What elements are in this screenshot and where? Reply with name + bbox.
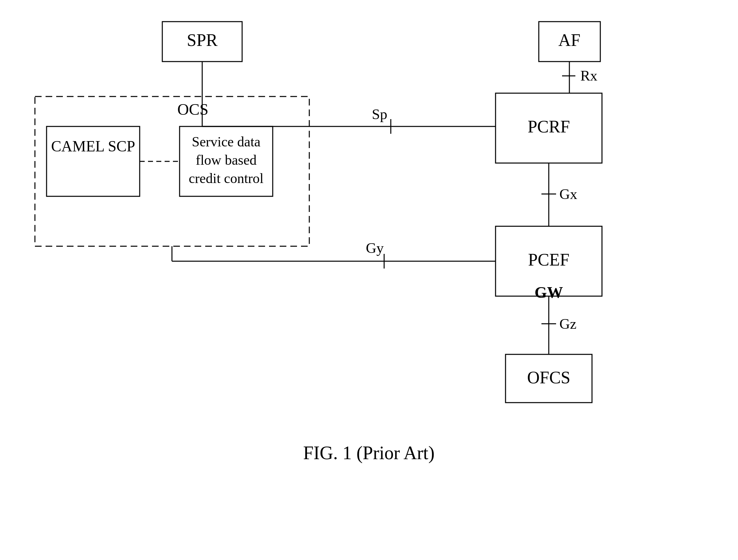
camel-label: CAMEL SCP	[51, 138, 135, 155]
sdfc-line2: flow based	[196, 153, 257, 168]
pcef-label: PCEF	[528, 250, 570, 269]
rx-label: Rx	[580, 67, 597, 84]
gx-label: Gx	[560, 186, 578, 202]
camel-box	[47, 126, 140, 196]
diagram-container: SPR AF PCRF OCS CAMEL SCP Service data f…	[0, 0, 738, 560]
sdfc-line3: credit control	[189, 171, 264, 186]
spr-label: SPR	[187, 31, 218, 50]
ofcs-label: OFCS	[527, 368, 571, 387]
gz-label: Gz	[560, 316, 577, 332]
ocs-label: OCS	[177, 100, 208, 118]
af-label: AF	[559, 31, 580, 50]
pcrf-label: PCRF	[527, 117, 570, 136]
sp-label: Sp	[372, 106, 387, 122]
gy-label: Gy	[366, 240, 384, 256]
sdfc-line1: Service data	[192, 134, 261, 150]
fig-caption: FIG. 1 (Prior Art)	[303, 443, 434, 464]
